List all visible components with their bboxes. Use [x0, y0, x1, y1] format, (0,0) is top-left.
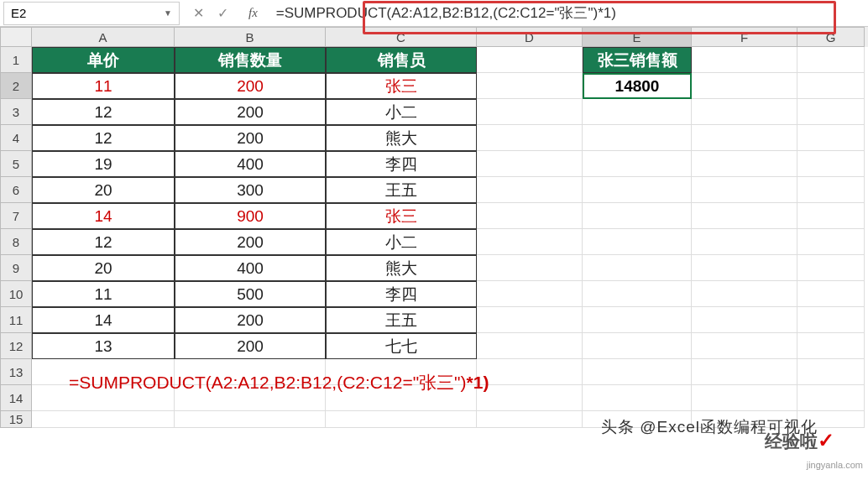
cell-F2[interactable] — [692, 73, 797, 99]
cell-F12[interactable] — [692, 333, 797, 359]
cell-F9[interactable] — [692, 255, 797, 281]
cell-G12[interactable] — [797, 333, 865, 359]
select-all-corner[interactable] — [0, 27, 32, 47]
cell-D9[interactable] — [477, 255, 583, 281]
cell-G11[interactable] — [797, 307, 865, 333]
row-header-7[interactable]: 7 — [0, 203, 32, 229]
cell-F3[interactable] — [692, 99, 797, 125]
cell-E14[interactable] — [583, 385, 692, 411]
cancel-icon[interactable]: ✕ — [193, 5, 204, 21]
cell-A15[interactable] — [32, 411, 175, 428]
cell-D3[interactable] — [477, 99, 583, 125]
cell-quantity[interactable]: 200 — [175, 99, 326, 125]
row-header-15[interactable]: 15 — [0, 411, 32, 428]
row-header-1[interactable]: 1 — [0, 47, 32, 73]
cell-salesperson[interactable]: 王五 — [326, 177, 477, 203]
cell-price[interactable]: 11 — [32, 281, 175, 307]
header-salesperson[interactable]: 销售员 — [326, 47, 477, 73]
cell-quantity[interactable]: 200 — [175, 229, 326, 255]
cell-G4[interactable] — [797, 125, 865, 151]
col-header-B[interactable]: B — [175, 27, 326, 47]
row-header-3[interactable]: 3 — [0, 99, 32, 125]
cell-G6[interactable] — [797, 177, 865, 203]
cell-price[interactable]: 19 — [32, 151, 175, 177]
cell-quantity[interactable]: 200 — [175, 73, 326, 99]
cell-price[interactable]: 20 — [32, 177, 175, 203]
row-header-13[interactable]: 13 — [0, 359, 32, 385]
cell-E7[interactable] — [583, 203, 692, 229]
cell-F7[interactable] — [692, 203, 797, 229]
cell-D4[interactable] — [477, 125, 583, 151]
col-header-G[interactable]: G — [797, 27, 865, 47]
cell-E11[interactable] — [583, 307, 692, 333]
cell-E3[interactable] — [583, 99, 692, 125]
cell-G13[interactable] — [797, 359, 865, 385]
row-header-5[interactable]: 5 — [0, 151, 32, 177]
cell-price[interactable]: 12 — [32, 125, 175, 151]
cell-B15[interactable] — [175, 411, 326, 428]
cell-salesperson[interactable]: 李四 — [326, 151, 477, 177]
header-price[interactable]: 单价 — [32, 47, 175, 73]
cell-G14[interactable] — [797, 385, 865, 411]
cell-D8[interactable] — [477, 229, 583, 255]
cell-E6[interactable] — [583, 177, 692, 203]
col-header-A[interactable]: A — [32, 27, 175, 47]
cell-quantity[interactable]: 200 — [175, 333, 326, 359]
row-header-2[interactable]: 2 — [0, 73, 32, 99]
cell-E9[interactable] — [583, 255, 692, 281]
cell-D5[interactable] — [477, 151, 583, 177]
cell-D13[interactable] — [477, 359, 583, 385]
col-header-C[interactable]: C — [326, 27, 477, 47]
cell-quantity[interactable]: 400 — [175, 151, 326, 177]
header-quantity[interactable]: 销售数量 — [175, 47, 326, 73]
cell-G2[interactable] — [797, 73, 865, 99]
cell-F6[interactable] — [692, 177, 797, 203]
cell-F1[interactable] — [692, 47, 797, 73]
cell-D10[interactable] — [477, 281, 583, 307]
col-header-F[interactable]: F — [692, 27, 797, 47]
name-box-dropdown-icon[interactable]: ▼ — [164, 8, 172, 18]
cell-E4[interactable] — [583, 125, 692, 151]
cell-F4[interactable] — [692, 125, 797, 151]
cell-salesperson[interactable]: 李四 — [326, 281, 477, 307]
cell-quantity[interactable]: 400 — [175, 255, 326, 281]
row-header-9[interactable]: 9 — [0, 255, 32, 281]
cell-salesperson[interactable]: 王五 — [326, 307, 477, 333]
row-header-14[interactable]: 14 — [0, 385, 32, 411]
fx-icon[interactable]: fx — [248, 6, 258, 20]
row-header-6[interactable]: 6 — [0, 177, 32, 203]
cell-salesperson[interactable]: 熊大 — [326, 255, 477, 281]
col-header-D[interactable]: D — [477, 27, 583, 47]
cell-salesperson[interactable]: 张三 — [326, 203, 477, 229]
cell-G7[interactable] — [797, 203, 865, 229]
cell-F8[interactable] — [692, 229, 797, 255]
confirm-icon[interactable]: ✓ — [217, 5, 228, 21]
cell-salesperson[interactable]: 小二 — [326, 229, 477, 255]
cell-E8[interactable] — [583, 229, 692, 255]
cell-F5[interactable] — [692, 151, 797, 177]
cell-G1[interactable] — [797, 47, 865, 73]
row-header-11[interactable]: 11 — [0, 307, 32, 333]
cell-price[interactable]: 20 — [32, 255, 175, 281]
row-header-10[interactable]: 10 — [0, 281, 32, 307]
cell-salesperson[interactable]: 熊大 — [326, 125, 477, 151]
cell-D6[interactable] — [477, 177, 583, 203]
cell-price[interactable]: 14 — [32, 203, 175, 229]
cell-G5[interactable] — [797, 151, 865, 177]
cell-price[interactable]: 13 — [32, 333, 175, 359]
row-header-12[interactable]: 12 — [0, 333, 32, 359]
cell-D1[interactable] — [477, 47, 583, 73]
cell-price[interactable]: 14 — [32, 307, 175, 333]
cell-quantity[interactable]: 500 — [175, 281, 326, 307]
name-box[interactable]: E2 ▼ — [3, 2, 180, 25]
cell-price[interactable]: 12 — [32, 99, 175, 125]
cell-quantity[interactable]: 300 — [175, 177, 326, 203]
cell-D2[interactable] — [477, 73, 583, 99]
cell-G8[interactable] — [797, 229, 865, 255]
row-header-4[interactable]: 4 — [0, 125, 32, 151]
cell-G3[interactable] — [797, 99, 865, 125]
formula-input[interactable]: =SUMPRODUCT(A2:A12,B2:B12,(C2:C12="张三")*… — [268, 2, 868, 25]
cell-D15[interactable] — [477, 411, 583, 428]
cell-D14[interactable] — [477, 385, 583, 411]
row-header-8[interactable]: 8 — [0, 229, 32, 255]
